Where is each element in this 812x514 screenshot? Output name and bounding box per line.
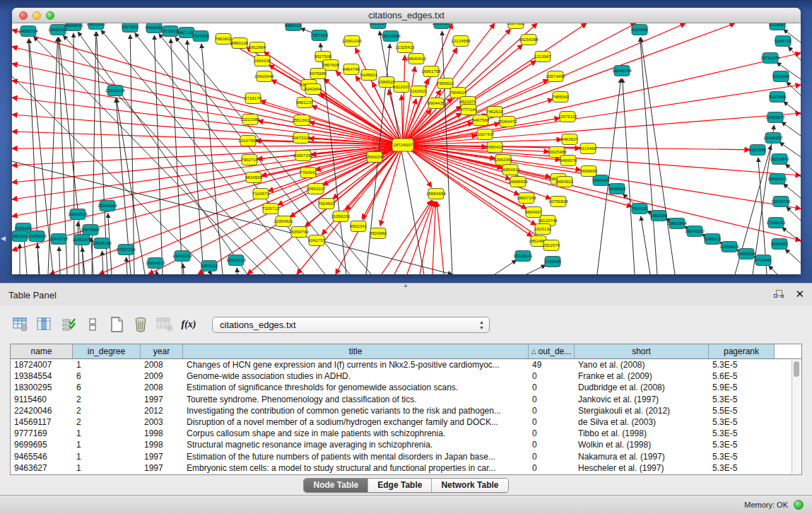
graph-node[interactable]: 10862964 [667, 218, 687, 229]
graph-node[interactable]: 7225712 [262, 204, 280, 214]
tab-network-table[interactable]: Network Table [432, 479, 507, 492]
graph-node[interactable]: 7918225 [631, 204, 649, 214]
table-row[interactable]: 1830029562008Estimation of significance … [11, 382, 801, 393]
graph-node[interactable]: 1162615 [410, 86, 427, 97]
graph-node[interactable]: 10107554 [238, 136, 258, 146]
table-cell[interactable]: 0 [529, 382, 575, 393]
graph-node[interactable]: 16354790 [289, 227, 309, 238]
column-header-out_de[interactable]: △out_de... [529, 344, 575, 358]
graph-edge[interactable] [782, 122, 801, 136]
graph-node[interactable]: 12444157 [763, 133, 783, 144]
graph-node[interactable]: 12093877 [765, 112, 785, 123]
table-cell[interactable]: 0 [529, 439, 575, 450]
graph-node[interactable]: 18300295 [365, 152, 384, 163]
scrollbar-thumb[interactable] [794, 361, 799, 377]
table-cell[interactable]: 0 [529, 394, 575, 405]
table-cell[interactable]: 5.9E-5 [709, 382, 775, 393]
graph-edge[interactable] [769, 266, 777, 274]
graph-node[interactable]: 9684067 [525, 207, 543, 218]
graph-node[interactable]: 11027437 [475, 129, 495, 140]
graph-edge[interactable] [784, 102, 801, 115]
graph-node[interactable]: 18807293 [517, 193, 536, 204]
table-cell[interactable]: Estimation of significance thresholds fo… [183, 382, 529, 393]
graph-node[interactable]: 9329966 [772, 71, 790, 82]
graph-node[interactable]: 15751074 [760, 53, 780, 64]
graph-node[interactable]: 18724007 [392, 139, 413, 151]
graph-node[interactable]: 10438742 [771, 197, 791, 207]
graph-node[interactable]: 22061020 [342, 36, 362, 47]
graph-node[interactable]: 1733426 [544, 257, 562, 267]
table-cell[interactable]: 5.3E-5 [709, 428, 775, 439]
delete-table-icon[interactable] [130, 314, 151, 335]
table-selector-dropdown[interactable]: citations_edges.txt ▲▼ [212, 317, 490, 333]
graph-node[interactable]: 7357224 [311, 30, 329, 41]
graph-edge[interactable] [59, 247, 60, 274]
graph-node[interactable]: 20206516 [68, 209, 88, 220]
graph-node[interactable]: 7624503 [318, 199, 336, 209]
tab-edge-table[interactable]: Edge Table [368, 479, 432, 492]
graph-node[interactable]: 9242844 [305, 84, 322, 95]
table-cell[interactable]: 1997 [141, 462, 183, 474]
graph-edge[interactable] [156, 271, 157, 274]
graph-node[interactable]: 9245012 [704, 234, 722, 245]
graph-edge[interactable] [403, 55, 405, 145]
table-cell[interactable]: Genome-wide association studies in ADHD. [183, 370, 529, 382]
graph-node[interactable]: 9227349 [769, 92, 787, 103]
graph-node[interactable]: 1654338 [254, 56, 271, 66]
graph-node[interactable]: 16954912 [500, 165, 520, 175]
table-row[interactable]: 1938455462009Genome-wide association stu… [11, 370, 801, 382]
graph-edge[interactable] [785, 249, 801, 263]
graph-node[interactable]: 9502341 [350, 221, 367, 232]
graph-node[interactable]: 12505183 [92, 238, 112, 249]
graph-node[interactable]: 11056231 [331, 211, 351, 222]
graph-node[interactable]: 12962361 [493, 155, 513, 165]
graph-node[interactable]: 12354821 [273, 216, 293, 227]
table-cell[interactable]: 2008 [141, 359, 183, 370]
graph-edge[interactable] [437, 201, 444, 274]
table-row[interactable]: 969969511998Structural magnetic resonanc… [11, 439, 801, 450]
table-cell[interactable]: de Silva et al. (2003) [575, 416, 709, 428]
graph-edge[interactable] [641, 216, 650, 274]
create-table-icon[interactable] [106, 314, 127, 335]
graph-edge[interactable] [130, 35, 134, 274]
table-cell[interactable]: 0 [529, 428, 575, 439]
graph-edge[interactable] [394, 201, 433, 274]
table-cell[interactable]: 0 [529, 405, 575, 416]
graph-node[interactable]: 16648784 [612, 66, 632, 76]
graph-node[interactable]: 17346591 [766, 218, 786, 228]
graph-node[interactable]: 9752441 [755, 255, 772, 266]
table-cell[interactable]: 6 [73, 382, 141, 393]
graph-node[interactable]: 393159 [12, 231, 28, 242]
table-cell[interactable]: Wolkin et al. (1998) [575, 439, 709, 450]
graph-node[interactable]: 10465024 [736, 249, 756, 259]
graph-node[interactable]: 7515526 [192, 31, 210, 42]
close-panel-icon[interactable]: ✕ [795, 288, 804, 300]
graph-node[interactable]: 7955812 [437, 78, 454, 89]
column-header-in_degree[interactable]: in_degree [73, 344, 141, 358]
graph-edge[interactable] [403, 23, 587, 145]
graph-edge[interactable] [382, 200, 432, 274]
graph-edge[interactable] [12, 145, 403, 216]
table-cell[interactable]: 18724007 [11, 359, 73, 370]
table-cell[interactable]: 18300295 [11, 382, 73, 393]
graph-node[interactable]: 16520123 [226, 255, 246, 266]
table-cell[interactable]: Changes of HCN gene expression and I(f) … [183, 359, 529, 370]
table-cell[interactable]: 22420046 [11, 405, 73, 416]
graph-node[interactable]: 2522574 [543, 240, 560, 251]
graph-node[interactable]: 16210643 [770, 154, 789, 165]
memory-status-icon[interactable] [794, 500, 804, 510]
table-cell[interactable]: 9465546 [11, 451, 73, 462]
network-window-titlebar[interactable]: citations_edges.txt [12, 8, 801, 23]
graph-node[interactable]: 5912954 [249, 42, 266, 53]
table-cell[interactable]: 5.6E-5 [709, 370, 775, 382]
table-cell[interactable]: 5.3E-5 [709, 439, 775, 450]
table-cell[interactable]: 1998 [141, 428, 183, 439]
table-settings-icon[interactable] [10, 314, 31, 335]
graph-node[interactable]: 1527602 [122, 23, 139, 33]
table-vertical-scrollbar[interactable] [792, 360, 801, 474]
graph-node[interactable]: 16961758 [421, 66, 441, 77]
graph-node[interactable]: 5104722 [775, 36, 792, 47]
show-columns-icon[interactable] [34, 314, 55, 335]
graph-node[interactable]: 9124502 [631, 25, 649, 35]
graph-node[interactable]: 8504982 [370, 228, 387, 239]
